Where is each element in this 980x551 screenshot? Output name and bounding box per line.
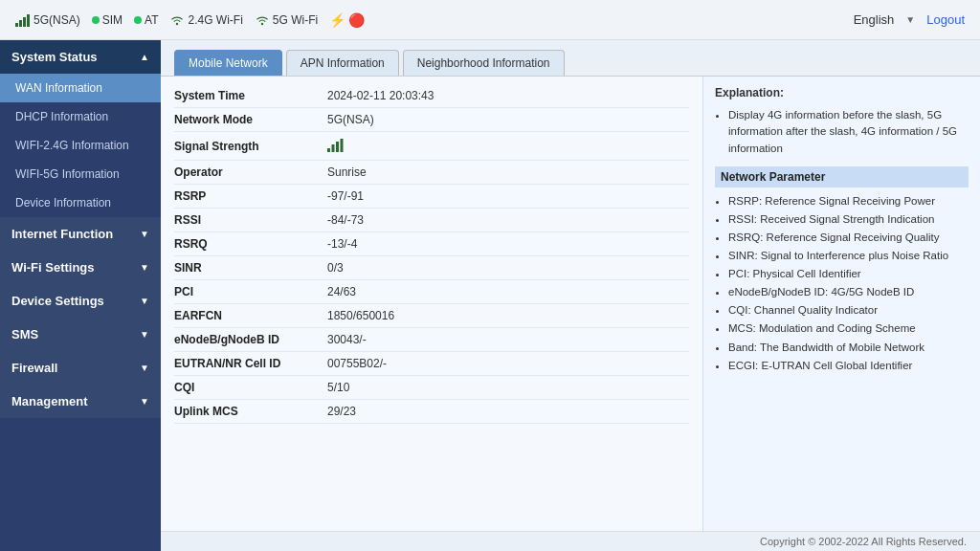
table-row: EUTRAN/NR Cell ID00755B02/-	[174, 352, 689, 376]
svg-rect-1	[19, 20, 22, 27]
wifi5-status: 5G Wi-Fi	[255, 13, 318, 27]
row-label: eNodeB/gNodeB ID	[174, 333, 327, 346]
system-status-header[interactable]: System Status ▲	[0, 40, 161, 74]
param-item: CQI: Channel Quality Indicator	[728, 302, 969, 318]
at-status: AT	[134, 13, 158, 27]
row-value: 24/63	[327, 285, 356, 298]
row-value: 30043/-	[327, 333, 367, 346]
table-row: RSRQ-13/-4	[174, 232, 689, 256]
table-row: Signal Strength	[174, 132, 689, 161]
param-item: RSSI: Received Signal Strength Indicatio…	[728, 211, 969, 227]
sidebar-item-device-info[interactable]: Device Information	[0, 188, 161, 217]
param-item: eNodeB/gNodeB ID: 4G/5G NodeB ID	[728, 284, 969, 299]
wifi-settings-header[interactable]: Wi-Fi Settings ▼	[0, 251, 161, 284]
wifi24-label: 2.4G Wi-Fi	[188, 13, 242, 27]
table-row: PCI24/63	[174, 280, 689, 304]
row-label: RSRQ	[174, 237, 327, 251]
sidebar-item-wan[interactable]: WAN Information	[0, 74, 161, 102]
logout-button[interactable]: Logout	[926, 12, 965, 27]
device-settings-header[interactable]: Device Settings ▼	[0, 284, 161, 318]
tab-neighborhood-info[interactable]: Neighborhood Information	[403, 50, 565, 76]
table-row: System Time2024-02-11 20:03:43	[174, 84, 689, 108]
signal-5g: 5G(NSA)	[15, 13, 80, 27]
management-chevron: ▼	[140, 396, 149, 407]
sms-label: SMS	[11, 327, 38, 342]
explanation-body: Display 4G information before the slash,…	[715, 107, 969, 157]
top-bar: 5G(NSA) SIM AT 2.4G Wi-Fi 5G Wi	[0, 0, 980, 40]
explanation-title: Explanation:	[715, 86, 969, 99]
row-value: 5G(NSA)	[327, 113, 374, 126]
network-param-title: Network Parameter	[715, 166, 969, 187]
management-header[interactable]: Management ▼	[0, 385, 161, 418]
row-value: 5/10	[327, 381, 349, 394]
svg-rect-9	[341, 139, 344, 152]
row-label: System Time	[174, 89, 327, 102]
param-item: ECGI: E-UTRAN Cell Global Identifier	[728, 358, 969, 373]
wifi5-label: 5G Wi-Fi	[273, 13, 318, 27]
row-value: 00755B02/-	[327, 357, 387, 370]
table-row: Uplink MCS29/23	[174, 400, 689, 424]
row-value: -13/-4	[327, 237, 357, 251]
param-item: PCI: Physical Cell Identifier	[728, 266, 969, 281]
svg-point-4	[176, 22, 178, 24]
sim-label: SIM	[102, 13, 122, 27]
param-item: SINR: Signal to Interference plus Noise …	[728, 248, 969, 263]
signal-bars-icon	[15, 13, 31, 27]
internet-function-chevron: ▼	[140, 229, 149, 239]
device-settings-chevron: ▼	[140, 296, 149, 306]
svg-rect-6	[327, 148, 330, 152]
row-value: 2024-02-11 20:03:43	[327, 89, 434, 102]
row-label: PCI	[174, 285, 327, 298]
language-selector[interactable]: English	[854, 12, 895, 27]
top-bar-right: English ▼ Logout	[854, 12, 965, 27]
at-dot	[134, 16, 142, 24]
row-label: CQI	[174, 381, 327, 394]
firewall-header[interactable]: Firewall ▼	[0, 351, 161, 385]
wifi-settings-chevron: ▼	[140, 262, 149, 273]
row-value: Sunrise	[327, 165, 367, 179]
row-label: EARFCN	[174, 309, 327, 322]
tab-mobile-network[interactable]: Mobile Network	[174, 50, 282, 76]
wifi-icon	[169, 14, 185, 26]
footer: Copyright © 2002-2022 All Rights Reserve…	[161, 531, 980, 551]
data-table: System Time2024-02-11 20:03:43Network Mo…	[161, 77, 702, 531]
param-item: RSRP: Reference Signal Receiving Power	[728, 193, 969, 209]
tab-apn-info[interactable]: APN Information	[286, 50, 399, 76]
table-row: Network Mode5G(NSA)	[174, 108, 689, 132]
sidebar-item-dhcp[interactable]: DHCP Information	[0, 102, 161, 131]
wifi24-status: 2.4G Wi-Fi	[169, 13, 242, 27]
warning-icon: ⚡	[329, 12, 345, 28]
sms-header[interactable]: SMS ▼	[0, 318, 161, 351]
copyright-text: Copyright © 2002-2022 All Rights Reserve…	[760, 536, 967, 547]
row-label: SINR	[174, 261, 327, 275]
row-label: Signal Strength	[174, 140, 327, 153]
table-row: EARFCN1850/650016	[174, 304, 689, 328]
main-container: System Status ▲ WAN Information DHCP Inf…	[0, 40, 980, 551]
row-value: -97/-91	[327, 189, 364, 203]
sms-chevron: ▼	[140, 329, 149, 340]
sidebar-item-wifi24[interactable]: WIFI-2.4G Information	[0, 131, 161, 160]
device-settings-label: Device Settings	[11, 294, 104, 308]
internet-function-header[interactable]: Internet Function ▼	[0, 217, 161, 251]
row-label: Operator	[174, 165, 327, 179]
param-list: RSRP: Reference Signal Receiving PowerRS…	[715, 193, 969, 373]
internet-function-label: Internet Function	[11, 227, 113, 241]
param-item: RSRQ: Reference Signal Receiving Quality	[728, 230, 969, 245]
sim-status: SIM	[92, 13, 122, 27]
firewall-label: Firewall	[11, 361, 57, 375]
row-label: Uplink MCS	[174, 405, 327, 418]
sidebar-item-wifi5[interactable]: WIFI-5G Information	[0, 160, 161, 188]
explanation-panel: Explanation: Display 4G information befo…	[702, 77, 980, 531]
svg-rect-2	[23, 17, 26, 27]
info-panel: System Time2024-02-11 20:03:43Network Mo…	[161, 77, 980, 531]
row-value	[327, 137, 346, 155]
firewall-chevron: ▼	[140, 363, 149, 373]
system-status-chevron: ▲	[140, 52, 149, 62]
row-label: RSRP	[174, 189, 327, 203]
lang-chevron: ▼	[905, 14, 915, 25]
sidebar: System Status ▲ WAN Information DHCP Inf…	[0, 40, 161, 551]
table-row: CQI5/10	[174, 376, 689, 400]
svg-point-5	[261, 22, 263, 24]
wifi-settings-label: Wi-Fi Settings	[11, 260, 95, 275]
sim-dot	[92, 16, 100, 24]
